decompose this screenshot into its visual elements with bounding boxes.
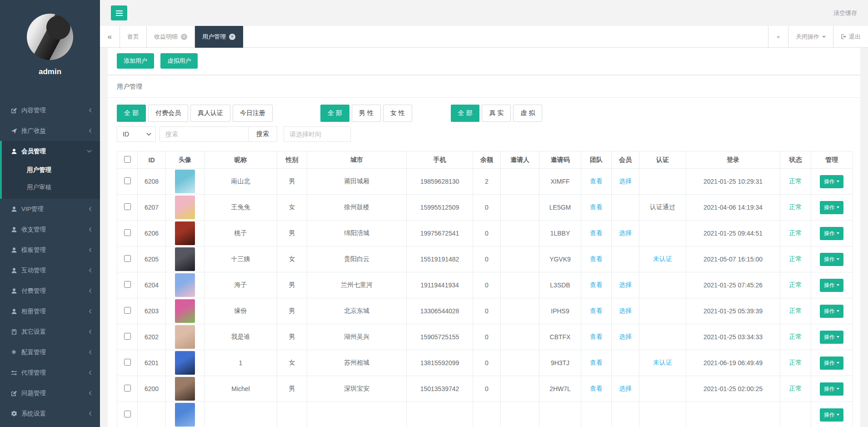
team-view-link[interactable]: 查看 xyxy=(590,177,603,185)
team-view-link[interactable]: 查看 xyxy=(590,229,603,236)
cell-invite-code: IPHS9 xyxy=(539,298,581,324)
clear-cache-link[interactable]: 清空缓存 xyxy=(833,9,857,17)
tabs-scroll-right-button[interactable]: » xyxy=(768,26,788,47)
sidebar-item-member[interactable]: 会员管理 xyxy=(2,141,100,161)
filter-user-type-all[interactable]: 全 部 xyxy=(117,105,146,122)
row-operate-button[interactable]: 操作 xyxy=(820,253,843,266)
team-view-link[interactable]: 查看 xyxy=(590,333,603,340)
virtual-user-button[interactable]: 虚拟用户 xyxy=(160,53,198,69)
row-operate-button[interactable]: 操作 xyxy=(820,408,843,422)
cell-auth-status[interactable]: 未认证 xyxy=(653,255,672,262)
sidebar-item-album[interactable]: 相册管理 xyxy=(0,301,100,322)
tab-close-icon[interactable]: × xyxy=(181,34,187,40)
row-operate-button[interactable]: 操作 xyxy=(820,382,843,396)
tab[interactable]: 收益明细 × xyxy=(147,26,195,47)
row-operate-button[interactable]: 操作 xyxy=(820,357,843,370)
row-operate-button[interactable]: 操作 xyxy=(820,201,843,214)
tab[interactable]: 用户管理 × xyxy=(195,26,243,47)
row-checkbox[interactable] xyxy=(124,229,131,236)
sidebar-item-content[interactable]: 内容管理 xyxy=(0,100,100,121)
search-input[interactable] xyxy=(160,126,249,142)
team-view-link[interactable]: 查看 xyxy=(590,203,603,211)
sidebar-item-paid[interactable]: 付费管理 xyxy=(0,281,100,301)
cell-balance: 0 xyxy=(473,246,501,272)
table-row: 6208 南山北 男 莆田城厢 19859628130 2 XIMFF 查看 选… xyxy=(117,169,853,195)
cell-gender: 女 xyxy=(277,350,307,376)
cell-city: 湖州吴兴 xyxy=(307,324,407,350)
row-operate-button[interactable]: 操作 xyxy=(820,305,843,318)
row-checkbox[interactable] xyxy=(124,411,131,417)
row-checkbox[interactable] xyxy=(124,359,131,366)
date-picker-input[interactable] xyxy=(284,126,351,142)
caret-down-icon xyxy=(837,232,839,234)
column-header: 邀请码 xyxy=(539,151,581,169)
row-checkbox[interactable] xyxy=(124,385,131,392)
row-operate-button[interactable]: 操作 xyxy=(820,279,843,292)
cell-invite-code: 2HW7L xyxy=(539,376,581,402)
member-select-link[interactable]: 选择 xyxy=(619,229,632,236)
sidebar-item-question[interactable]: 问题管理 xyxy=(0,383,100,403)
filter-gender-female[interactable]: 女 性 xyxy=(383,105,412,122)
select-all-checkbox[interactable] xyxy=(124,156,131,163)
sidebar-item-other-settings[interactable]: 其它设置 xyxy=(0,322,100,342)
filter-reality-all[interactable]: 全 部 xyxy=(451,105,480,122)
sidebar-item-template[interactable]: 模板管理 xyxy=(0,240,100,260)
avatar[interactable] xyxy=(27,14,73,60)
sidebar-item-system[interactable]: 系统设置 xyxy=(0,403,100,424)
sidebar-item-config[interactable]: 配置管理 xyxy=(0,342,100,362)
sidebar-item-finance[interactable]: 收支管理 xyxy=(0,219,100,240)
filter-reality-real[interactable]: 真 实 xyxy=(482,105,511,122)
row-checkbox[interactable] xyxy=(124,255,131,262)
search-button[interactable]: 搜索 xyxy=(249,126,277,142)
cell-login-time: 2021-01-25 10:29:31 xyxy=(686,169,780,195)
member-select-link[interactable]: 选择 xyxy=(619,281,632,288)
team-view-link[interactable]: 查看 xyxy=(590,281,603,288)
member-select-link[interactable]: 选择 xyxy=(619,177,632,185)
row-operate-button[interactable]: 操作 xyxy=(820,175,843,188)
close-operations-dropdown[interactable]: 关闭操作 xyxy=(788,26,833,47)
cell-id: 6208 xyxy=(138,169,166,195)
row-operate-button[interactable]: 操作 xyxy=(820,227,843,240)
cell-auth-status[interactable]: 未认证 xyxy=(653,359,672,366)
member-select-link[interactable]: 选择 xyxy=(619,385,632,392)
sidebar-subitem-user-management[interactable]: 用户管理 xyxy=(2,161,100,179)
user-avatar xyxy=(175,273,195,297)
sidebar-subitem-user-review[interactable]: 用户审核 xyxy=(2,179,100,196)
team-view-link[interactable]: 查看 xyxy=(590,255,603,262)
add-user-button[interactable]: 添加用户 xyxy=(117,53,154,69)
member-select-link[interactable]: 选择 xyxy=(619,307,632,314)
logout-button[interactable]: 退出 xyxy=(833,26,868,47)
row-checkbox[interactable] xyxy=(124,307,131,314)
cell-invite-code: LE5GM xyxy=(539,195,581,221)
tab[interactable]: 首页 xyxy=(120,26,147,47)
filter-user-type-real-verified[interactable]: 真人认证 xyxy=(190,105,230,122)
tab-close-icon[interactable]: × xyxy=(229,34,235,40)
cell-balance: 2 xyxy=(473,169,501,195)
team-view-link[interactable]: 查看 xyxy=(590,307,603,314)
row-checkbox[interactable] xyxy=(124,281,131,288)
filter-user-type-today-registered[interactable]: 今日注册 xyxy=(233,105,273,122)
filter-gender-all[interactable]: 全 部 xyxy=(320,105,349,122)
panel-body: 全 部付费会员真人认证今日注册全 部男 性女 性全 部真 实虚 拟 ID 搜索 xyxy=(108,98,860,427)
sidebar-item-interaction[interactable]: 互动管理 xyxy=(0,260,100,281)
team-view-link[interactable]: 查看 xyxy=(590,359,603,366)
row-checkbox[interactable] xyxy=(124,177,131,184)
user-avatar xyxy=(175,377,195,401)
row-checkbox[interactable] xyxy=(124,333,131,340)
column-header: 头像 xyxy=(166,151,205,169)
filter-gender-male[interactable]: 男 性 xyxy=(352,105,381,122)
member-select-link[interactable]: 选择 xyxy=(619,333,632,340)
sidebar-item-promotion[interactable]: 推广收益 xyxy=(0,121,100,141)
sidebar-item-agent[interactable]: 代理管理 xyxy=(0,362,100,383)
search-field-select[interactable]: ID xyxy=(117,126,156,142)
chevron-left-icon xyxy=(89,411,92,416)
row-checkbox[interactable] xyxy=(124,203,131,210)
row-operate-button[interactable]: 操作 xyxy=(820,331,843,344)
filter-reality-virtual[interactable]: 虚 拟 xyxy=(513,105,542,122)
filter-user-type-paid-member[interactable]: 付费会员 xyxy=(148,105,188,122)
sidebar-toggle-button[interactable] xyxy=(111,5,127,20)
tabs-scroll-left-button[interactable]: « xyxy=(100,26,120,47)
sidebar-group: 其它设置 xyxy=(0,322,100,342)
team-view-link[interactable]: 查看 xyxy=(590,385,603,392)
sidebar-item-vip[interactable]: VIP管理 xyxy=(0,199,100,219)
